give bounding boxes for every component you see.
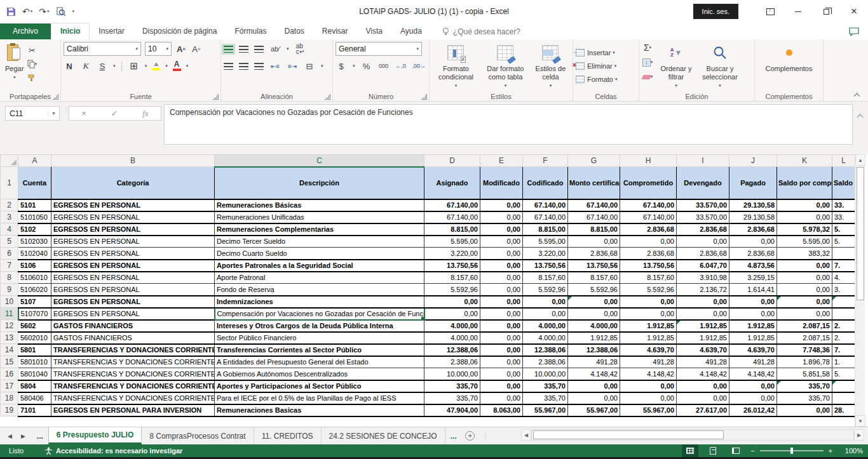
merge-center-icon[interactable]: ⊟ (304, 60, 315, 72)
wrap-text-icon[interactable]: abc↵ (295, 43, 306, 55)
cell-C9[interactable]: Fondo de Reserva (215, 284, 424, 296)
cell-J13[interactable]: 1.912,85 (729, 332, 777, 344)
cell-C19[interactable]: Remuneraciones Basicas (215, 404, 424, 416)
copy-icon[interactable]: ▾ (26, 58, 37, 70)
column-header-G[interactable]: G (568, 155, 620, 167)
cell-H13[interactable]: 1.912,85 (620, 332, 677, 344)
font-dialog-launcher[interactable] (213, 94, 219, 100)
zoom-out-icon[interactable]: − (750, 447, 754, 455)
borders-icon[interactable]: ⊞ (128, 60, 140, 72)
row-header-11[interactable]: 11 (1, 308, 18, 320)
zoom-slider-thumb[interactable] (790, 448, 793, 454)
clear-icon[interactable]: ▾ (642, 70, 653, 83)
cell-B12[interactable]: GASTOS FINANCIEROS (51, 320, 215, 332)
cell-I19[interactable]: 27.617,00 (677, 404, 729, 416)
row-header-7[interactable]: 7 (1, 260, 18, 272)
customize-qat-icon[interactable]: ▾ (72, 9, 75, 14)
cell-L11[interactable] (832, 308, 855, 320)
cell-G18[interactable]: 0,00 (568, 392, 620, 404)
cell-D15[interactable]: 2.388,06 (424, 356, 480, 368)
row-header-1[interactable]: 1 (1, 167, 18, 199)
cell-D8[interactable]: 8.157,60 (424, 272, 480, 284)
cell-K18[interactable]: 335,70 (777, 392, 832, 404)
format-painter-icon[interactable] (26, 72, 37, 84)
cell-I8[interactable]: 3.910,98 (677, 272, 729, 284)
cell-H8[interactable]: 8.157,60 (620, 272, 677, 284)
save-icon[interactable] (6, 7, 16, 17)
cell-K15[interactable]: 1.896,78 (777, 356, 832, 368)
cell-F7[interactable]: 13.750,56 (523, 260, 568, 272)
cell-K13[interactable]: 2.087,15 (777, 332, 832, 344)
cell-K17[interactable]: 335,70 (777, 380, 832, 392)
table-header-cell[interactable]: Modificado (480, 167, 523, 199)
paste-button[interactable]: Pegar▾ (3, 41, 26, 83)
increase-decimal-icon[interactable]: ←,0 (395, 60, 407, 72)
cell-B9[interactable]: EGRESOS EN PERSONAL (51, 284, 215, 296)
cell-C4[interactable]: Remuneraciones Complementarias (215, 223, 424, 236)
cell-D18[interactable]: 335,70 (424, 392, 480, 404)
cell-B4[interactable]: EGRESOS EN PERSONAL (51, 223, 215, 236)
cell-A9[interactable]: 5106020 (18, 284, 51, 296)
cell-A4[interactable]: 5102 (18, 223, 51, 236)
table-header-cell[interactable]: Asignado (424, 167, 480, 199)
cell-K12[interactable]: 2.087,15 (777, 320, 832, 332)
cell-E4[interactable]: 0,00 (480, 223, 523, 236)
cell-C12[interactable]: Intereses y Otros Cargos de la Deuda Púb… (215, 320, 424, 332)
cell-H9[interactable]: 5.592,96 (620, 284, 677, 296)
cell-L8[interactable]: 4. (832, 272, 855, 284)
cell-G2[interactable]: 67.140,00 (568, 199, 620, 211)
cell-C3[interactable]: Remuneraciones Unificadas (215, 211, 424, 223)
cell-A2[interactable]: 5101 (18, 199, 51, 211)
cell-G8[interactable]: 8.157,60 (568, 272, 620, 284)
cell-F12[interactable]: 4.000,00 (523, 320, 568, 332)
cell-C11[interactable]: Compensación por Vacaciones no Gozadas p… (215, 308, 424, 320)
align-right-icon[interactable] (254, 63, 264, 70)
row-header-5[interactable]: 5 (1, 236, 18, 248)
currency-icon[interactable]: $ (336, 60, 347, 72)
increase-font-icon[interactable]: A˄ (175, 43, 187, 55)
horizontal-scrollbar[interactable]: ◀ ▶ (521, 429, 864, 441)
ribbon-tab-fórmulas[interactable]: Fórmulas (226, 23, 275, 39)
cell-L16[interactable]: 5. (832, 368, 855, 380)
clipboard-dialog-launcher[interactable] (53, 94, 58, 100)
cell-B11[interactable]: EGRESOS EN PERSONAL (51, 308, 215, 320)
cell-H10[interactable]: 0,00 (620, 296, 677, 308)
cell-D9[interactable]: 5.592,96 (424, 284, 480, 296)
cell-J5[interactable]: 0,00 (729, 236, 777, 248)
table-header-cell[interactable]: Comprometido (620, 167, 677, 199)
cell-I3[interactable]: 33.570,00 (677, 211, 729, 223)
cell-B7[interactable]: EGRESOS EN PERSONAL (51, 260, 215, 272)
table-header-cell[interactable]: Categoría (51, 167, 215, 199)
cell-A5[interactable]: 5102030 (18, 236, 51, 248)
cell-J18[interactable]: 0,00 (729, 392, 777, 404)
cell-F4[interactable]: 8.815,00 (523, 223, 568, 236)
cell-G4[interactable]: 8.815,00 (568, 223, 620, 236)
scroll-up-icon[interactable]: ▲ (855, 154, 865, 166)
cell-C5[interactable]: Decimo Tercer Sueldo (215, 236, 424, 248)
cell-F9[interactable]: 5.592,96 (523, 284, 568, 296)
cell-J14[interactable]: 4.639,70 (729, 344, 777, 356)
percent-icon[interactable]: % (361, 60, 372, 72)
cell-G7[interactable]: 13.750,56 (568, 260, 620, 272)
cell-C10[interactable]: Indemnizaciones (215, 296, 424, 308)
cell-E6[interactable]: 0,00 (480, 248, 523, 260)
cell-L17[interactable] (832, 380, 855, 392)
table-header-cell[interactable]: Descripción (215, 167, 424, 199)
cell-C7[interactable]: Aportes Patronales a la Seguridad Social (215, 260, 424, 272)
scroll-right-icon[interactable]: ▶ (854, 429, 864, 441)
table-header-cell[interactable]: Cuenta (18, 167, 51, 199)
cell-D14[interactable]: 12.388,06 (424, 344, 480, 356)
sheet-tab-6-presupuesto-julio[interactable]: 6 Presupuesto JULIO (48, 427, 142, 444)
column-header-F[interactable]: F (523, 155, 568, 167)
page-break-view-button[interactable] (728, 444, 744, 457)
column-header-D[interactable]: D (424, 155, 480, 167)
cell-I5[interactable]: 0,00 (677, 236, 729, 248)
cell-D11[interactable]: 0,00 (424, 308, 480, 320)
cell-G9[interactable]: 5.592,96 (568, 284, 620, 296)
column-header-J[interactable]: J (729, 155, 777, 167)
cell-G12[interactable]: 4.000,00 (568, 320, 620, 332)
ribbon-tab-archivo[interactable]: Archivo (0, 23, 51, 39)
cell-F8[interactable]: 8.157,60 (523, 272, 568, 284)
cell-G3[interactable]: 67.140,00 (568, 211, 620, 223)
format-cells-button[interactable]: Formato ▾ (576, 73, 618, 86)
